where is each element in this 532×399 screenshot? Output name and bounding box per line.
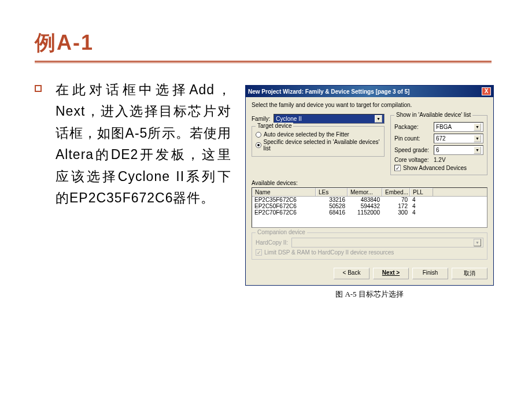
cell-emb: 172 [382,203,410,209]
adv-check-row[interactable]: ✓ Show Advanced Devices [394,165,483,171]
title-underline [35,61,492,63]
cell-les: 50528 [316,203,348,209]
radio-icon[interactable] [256,132,261,138]
limit-label: Limit DSP & RAM to HardCopy II device re… [264,249,394,256]
chevron-down-icon[interactable]: ▼ [474,135,481,142]
cell-pll: 4 [410,203,433,209]
table-row[interactable]: EP2C50F672C6 50528 594432 172 4 [252,203,487,209]
cell-emb: 70 [382,197,410,203]
package-value: FBGA [436,124,452,130]
table-row[interactable]: EP2C70F672C6 68416 1152000 300 4 [252,209,487,216]
pin-value: 672 [436,135,446,142]
figure-column: New Project Wizard: Family & Device Sett… [242,85,497,300]
core-row: Core voltage: 1.2V [394,157,483,163]
cell-emb: 300 [382,209,410,216]
filter-group-label: Show in 'Available device' list [394,112,472,118]
listview-header[interactable]: Name LEs Memor... Embed... PLL [252,188,487,197]
table-row[interactable]: EP2C35F672C6 33216 483840 70 4 [252,197,487,203]
checkbox-icon[interactable]: ✓ [394,165,401,171]
package-combo[interactable]: FBGA ▼ [434,122,483,132]
dialog-body: Select the family and device you want to… [246,97,493,263]
family-value: Cyclone II [276,116,301,122]
col-les[interactable]: LEs [316,188,348,196]
chevron-down-icon: ▼ [474,239,481,246]
limit-check-row: ✓ Limit DSP & RAM to HardCopy II device … [256,249,483,256]
cell-mem: 594432 [348,203,382,209]
content-row: 在此对话框中选择Add，Next，进入选择目标芯片对话框，如图A-5所示。若使用… [35,79,497,300]
radio-specific-label: Specific device selected in 'Available d… [264,139,381,152]
filter-column: Show in 'Available device' list Package:… [390,114,487,175]
core-label: Core voltage: [394,157,434,163]
filter-group: Show in 'Available device' list Package:… [390,115,487,175]
bullet-text: 在此对话框中选择Add，Next，进入选择目标芯片对话框，如图A-5所示。若使用… [56,79,231,300]
speed-label: Speed grade: [394,147,434,153]
family-label: Family: [252,116,270,122]
cell-pll: 4 [410,197,433,203]
package-row: Package: FBGA ▼ [394,122,483,132]
top-row: Family: Cyclone II ▼ Target device [252,114,487,175]
instruction-text: Select the family and device you want to… [252,102,487,108]
companion-label: Companion device [256,229,307,235]
radio-specific[interactable]: Specific device selected in 'Available d… [256,139,380,152]
radio-auto[interactable]: Auto device selected by the Fitter [256,131,380,138]
chevron-down-icon[interactable]: ▼ [474,146,481,154]
wizard-dialog: New Project Wizard: Family & Device Sett… [245,85,494,286]
hardcopy-label: HardCopy II: [256,239,288,246]
core-value: 1.2V [434,157,446,163]
hardcopy-row: HardCopy II: ▼ [256,238,483,247]
back-button[interactable]: < Back [334,268,370,279]
target-device-label: Target device [256,123,293,129]
bullet-column: 在此对话框中选择Add，Next，进入选择目标芯片对话框，如图A-5所示。若使用… [35,79,231,300]
checkbox-icon: ✓ [256,249,262,256]
cell-name: EP2C70F672C6 [252,209,316,216]
family-column: Family: Cyclone II ▼ Target device [252,114,385,175]
chevron-down-icon[interactable]: ▼ [375,115,382,123]
pin-combo[interactable]: 672 ▼ [434,134,483,143]
cell-pll: 4 [410,209,433,216]
close-icon[interactable]: X [482,87,491,95]
col-pll[interactable]: PLL [410,188,433,196]
col-mem[interactable]: Memor... [348,188,382,196]
adv-label: Show Advanced Devices [403,165,467,171]
finish-button[interactable]: Finish [412,268,448,279]
cell-name: EP2C50F672C6 [252,203,316,209]
hardcopy-combo: ▼ [291,238,483,247]
button-row: < Back Next > Finish 取消 [246,263,493,285]
cell-les: 68416 [316,209,348,216]
cell-name: EP2C35F672C6 [252,197,316,203]
bullet-icon [35,85,42,92]
dialog-title: New Project Wizard: Family & Device Sett… [248,88,409,95]
speed-row: Speed grade: 6 ▼ [394,145,483,155]
col-name[interactable]: Name [252,188,316,196]
radio-auto-label: Auto device selected by the Fitter [264,131,349,138]
figure-caption: 图 A-5 目标芯片选择 [335,289,404,300]
cell-mem: 1152000 [348,209,382,216]
slide-title: 例A-1 [35,29,497,57]
pin-label: Pin count: [394,135,434,142]
speed-value: 6 [436,147,439,153]
companion-group: Companion device HardCopy II: ▼ ✓ Limit … [252,232,487,260]
next-button[interactable]: Next > [373,268,409,279]
pin-row: Pin count: 672 ▼ [394,134,483,143]
package-label: Package: [394,124,434,130]
cell-mem: 483840 [348,197,382,203]
cell-les: 33216 [316,197,348,203]
radio-icon[interactable] [256,142,261,148]
available-label: Available devices: [252,180,487,186]
slide: 例A-1 在此对话框中选择Add，Next，进入选择目标芯片对话框，如图A-5所… [0,0,532,328]
target-device-group: Target device Auto device selected by th… [252,126,385,157]
col-emb[interactable]: Embed... [382,188,410,196]
chevron-down-icon[interactable]: ▼ [474,123,481,131]
titlebar[interactable]: New Project Wizard: Family & Device Sett… [246,86,493,97]
device-listview[interactable]: Name LEs Memor... Embed... PLL EP2C35F67… [252,187,487,228]
speed-combo[interactable]: 6 ▼ [434,145,483,155]
cancel-button[interactable]: 取消 [452,268,487,279]
